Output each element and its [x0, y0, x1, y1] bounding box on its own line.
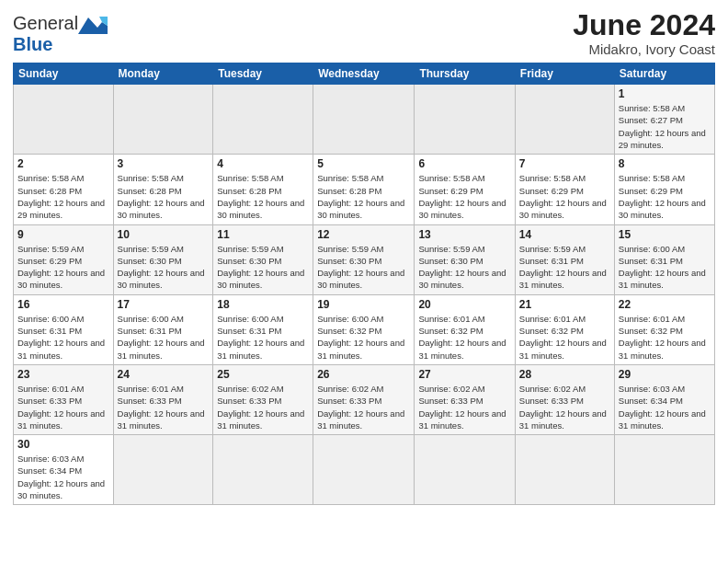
day-info: Sunrise: 5:59 AMSunset: 6:30 PMDaylight:…	[317, 243, 410, 292]
calendar-cell: 2Sunrise: 5:58 AMSunset: 6:28 PMDaylight…	[14, 155, 114, 224]
calendar-cell	[515, 85, 614, 155]
day-info: Sunrise: 6:02 AMSunset: 6:33 PMDaylight:…	[418, 383, 510, 431]
calendar-cell	[213, 85, 313, 155]
day-number: 23	[17, 368, 109, 381]
calendar-cell: 13Sunrise: 5:59 AMSunset: 6:30 PMDayligh…	[415, 224, 515, 294]
calendar-cell: 22Sunrise: 6:01 AMSunset: 6:32 PMDayligh…	[614, 294, 714, 364]
calendar-cell: 5Sunrise: 5:58 AMSunset: 6:28 PMDaylight…	[313, 155, 415, 224]
day-number: 29	[619, 368, 711, 381]
calendar-week-row: 1Sunrise: 5:58 AMSunset: 6:27 PMDaylight…	[14, 85, 715, 155]
calendar-week-row: 9Sunrise: 5:59 AMSunset: 6:29 PMDaylight…	[14, 224, 715, 294]
calendar-table: Sunday Monday Tuesday Wednesday Thursday…	[13, 63, 715, 505]
col-tuesday: Tuesday	[213, 63, 313, 85]
logo-general: General	[13, 13, 78, 34]
calendar-cell: 28Sunrise: 6:02 AMSunset: 6:33 PMDayligh…	[515, 364, 614, 434]
day-number: 3	[118, 157, 210, 170]
day-number: 11	[217, 228, 309, 241]
calendar-cell: 17Sunrise: 6:00 AMSunset: 6:31 PMDayligh…	[113, 294, 213, 364]
calendar-cell: 21Sunrise: 6:01 AMSunset: 6:32 PMDayligh…	[515, 294, 614, 364]
day-info: Sunrise: 6:02 AMSunset: 6:33 PMDaylight:…	[317, 383, 410, 431]
logo-blue: Blue	[13, 34, 52, 55]
day-info: Sunrise: 6:00 AMSunset: 6:31 PMDaylight:…	[619, 243, 711, 292]
calendar-cell: 9Sunrise: 5:59 AMSunset: 6:29 PMDaylight…	[14, 224, 114, 294]
calendar-cell: 16Sunrise: 6:00 AMSunset: 6:31 PMDayligh…	[14, 294, 114, 364]
day-info: Sunrise: 5:59 AMSunset: 6:30 PMDaylight:…	[217, 243, 309, 292]
day-number: 30	[17, 438, 109, 451]
day-info: Sunrise: 5:58 AMSunset: 6:28 PMDaylight:…	[317, 172, 410, 221]
calendar-cell: 20Sunrise: 6:01 AMSunset: 6:32 PMDayligh…	[415, 294, 515, 364]
calendar-cell	[113, 435, 213, 505]
day-number: 27	[418, 368, 510, 381]
day-number: 20	[418, 298, 510, 311]
day-number: 12	[317, 228, 410, 241]
day-info: Sunrise: 6:01 AMSunset: 6:33 PMDaylight:…	[17, 383, 109, 431]
calendar-cell	[14, 85, 114, 155]
title-block: June 2024 Midakro, Ivory Coast	[573, 9, 715, 57]
logo: GeneralBlue	[13, 13, 108, 55]
calendar-cell: 7Sunrise: 5:58 AMSunset: 6:29 PMDaylight…	[515, 155, 614, 224]
day-info: Sunrise: 5:58 AMSunset: 6:29 PMDaylight:…	[519, 172, 610, 221]
day-info: Sunrise: 5:58 AMSunset: 6:28 PMDaylight:…	[17, 172, 109, 221]
calendar-cell: 12Sunrise: 5:59 AMSunset: 6:30 PMDayligh…	[313, 224, 415, 294]
day-number: 4	[217, 157, 309, 170]
calendar-cell	[313, 435, 415, 505]
day-number: 10	[118, 228, 210, 241]
calendar-cell: 19Sunrise: 6:00 AMSunset: 6:32 PMDayligh…	[313, 294, 415, 364]
col-thursday: Thursday	[415, 63, 515, 85]
calendar-cell: 8Sunrise: 5:58 AMSunset: 6:29 PMDaylight…	[614, 155, 714, 224]
calendar-cell: 18Sunrise: 6:00 AMSunset: 6:31 PMDayligh…	[213, 294, 313, 364]
calendar-subtitle: Midakro, Ivory Coast	[573, 41, 715, 57]
calendar-cell	[415, 435, 515, 505]
day-number: 25	[217, 368, 309, 381]
day-info: Sunrise: 6:00 AMSunset: 6:31 PMDaylight:…	[17, 313, 109, 362]
calendar-week-row: 16Sunrise: 6:00 AMSunset: 6:31 PMDayligh…	[14, 294, 715, 364]
calendar-week-row: 30Sunrise: 6:03 AMSunset: 6:34 PMDayligh…	[14, 435, 715, 505]
day-number: 17	[118, 298, 210, 311]
calendar-cell	[313, 85, 415, 155]
calendar-cell: 11Sunrise: 5:59 AMSunset: 6:30 PMDayligh…	[213, 224, 313, 294]
calendar-cell: 25Sunrise: 6:02 AMSunset: 6:33 PMDayligh…	[213, 364, 313, 434]
header: GeneralBlue June 2024 Midakro, Ivory Coa…	[13, 9, 715, 57]
day-number: 24	[118, 368, 210, 381]
day-info: Sunrise: 5:58 AMSunset: 6:28 PMDaylight:…	[217, 172, 309, 221]
col-sunday: Sunday	[14, 63, 114, 85]
day-info: Sunrise: 5:58 AMSunset: 6:28 PMDaylight:…	[118, 172, 210, 221]
day-info: Sunrise: 6:01 AMSunset: 6:32 PMDaylight:…	[619, 313, 711, 362]
day-number: 7	[519, 157, 610, 170]
calendar-cell: 14Sunrise: 5:59 AMSunset: 6:31 PMDayligh…	[515, 224, 614, 294]
day-number: 1	[619, 87, 711, 100]
day-number: 18	[217, 298, 309, 311]
day-info: Sunrise: 5:58 AMSunset: 6:27 PMDaylight:…	[619, 102, 711, 151]
calendar-cell: 27Sunrise: 6:02 AMSunset: 6:33 PMDayligh…	[415, 364, 515, 434]
day-number: 16	[17, 298, 109, 311]
calendar-cell: 29Sunrise: 6:03 AMSunset: 6:34 PMDayligh…	[614, 364, 714, 434]
day-number: 6	[418, 157, 510, 170]
day-info: Sunrise: 6:01 AMSunset: 6:32 PMDaylight:…	[519, 313, 610, 362]
calendar-cell	[113, 85, 213, 155]
day-info: Sunrise: 6:01 AMSunset: 6:32 PMDaylight:…	[418, 313, 510, 362]
day-info: Sunrise: 5:59 AMSunset: 6:30 PMDaylight:…	[418, 243, 510, 292]
calendar-cell: 3Sunrise: 5:58 AMSunset: 6:28 PMDaylight…	[113, 155, 213, 224]
calendar-cell	[614, 435, 714, 505]
calendar-cell: 23Sunrise: 6:01 AMSunset: 6:33 PMDayligh…	[14, 364, 114, 434]
day-info: Sunrise: 5:58 AMSunset: 6:29 PMDaylight:…	[619, 172, 711, 221]
day-info: Sunrise: 6:00 AMSunset: 6:31 PMDaylight:…	[217, 313, 309, 362]
day-number: 19	[317, 298, 410, 311]
day-number: 8	[619, 157, 711, 170]
day-info: Sunrise: 6:02 AMSunset: 6:33 PMDaylight:…	[217, 383, 309, 431]
day-info: Sunrise: 5:59 AMSunset: 6:31 PMDaylight:…	[519, 243, 610, 292]
calendar-cell	[515, 435, 614, 505]
calendar-cell	[213, 435, 313, 505]
calendar-cell: 30Sunrise: 6:03 AMSunset: 6:34 PMDayligh…	[14, 435, 114, 505]
day-number: 5	[317, 157, 410, 170]
day-info: Sunrise: 6:01 AMSunset: 6:33 PMDaylight:…	[118, 383, 210, 431]
calendar-week-row: 23Sunrise: 6:01 AMSunset: 6:33 PMDayligh…	[14, 364, 715, 434]
calendar-cell: 26Sunrise: 6:02 AMSunset: 6:33 PMDayligh…	[313, 364, 415, 434]
day-number: 2	[17, 157, 109, 170]
calendar-cell: 15Sunrise: 6:00 AMSunset: 6:31 PMDayligh…	[614, 224, 714, 294]
col-wednesday: Wednesday	[313, 63, 415, 85]
day-number: 15	[619, 228, 711, 241]
calendar-cell: 4Sunrise: 5:58 AMSunset: 6:28 PMDaylight…	[213, 155, 313, 224]
day-number: 21	[519, 298, 610, 311]
col-friday: Friday	[515, 63, 614, 85]
